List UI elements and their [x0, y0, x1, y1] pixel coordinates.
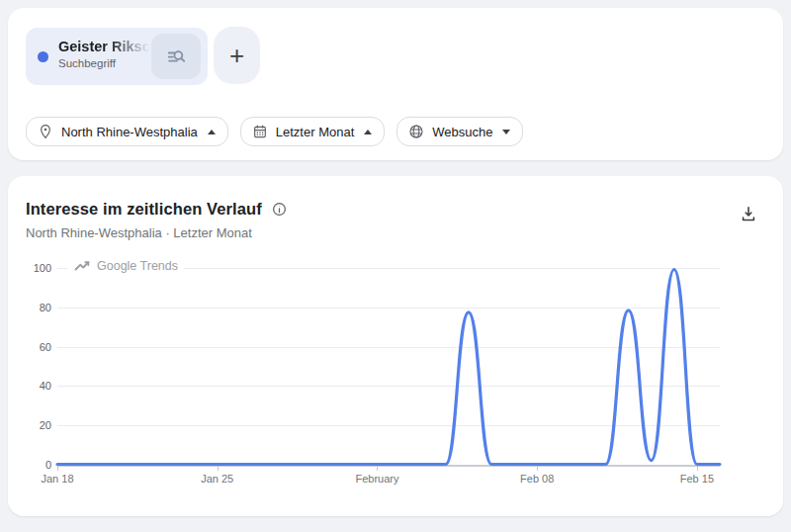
chevron-up-icon: [364, 130, 372, 134]
add-comparison-button[interactable]: +: [214, 27, 260, 84]
location-pin-icon: [38, 124, 53, 139]
interest-over-time-card: Interesse im zeitlichen Verlauf North Rh…: [8, 176, 783, 516]
filter-label: Letzter Monat: [276, 125, 355, 139]
y-axis-label: 60: [12, 341, 51, 353]
x-axis-label: Feb 15: [680, 473, 714, 485]
filter-label: Websuche: [432, 125, 492, 139]
search-term-type-label: Suchbegriff: [58, 57, 153, 69]
x-axis-label: Jan 25: [201, 473, 233, 485]
download-icon: [739, 204, 758, 223]
filter-pill-region[interactable]: North Rhine-Westphalia: [26, 117, 228, 146]
x-axis-label: Feb 08: [520, 473, 554, 485]
info-icon[interactable]: [272, 202, 287, 217]
plus-icon: +: [229, 43, 244, 68]
watermark-label: Google Trends: [97, 259, 178, 273]
google-trends-watermark: Google Trends: [68, 259, 184, 273]
y-axis-label: 0: [12, 459, 51, 471]
line-chart: Google Trends 020406080100Jan 18Jan 25Fe…: [57, 268, 720, 466]
y-axis-label: 80: [12, 302, 51, 313]
chart-title: Interesse im zeitlichen Verlauf: [26, 200, 262, 219]
search-term-text: Geister Rikscha Suchbegriff: [58, 39, 153, 69]
y-axis-label: 40: [12, 380, 51, 392]
download-button[interactable]: [731, 196, 766, 231]
globe-icon: [408, 124, 424, 139]
series-color-dot: [38, 51, 48, 62]
trend-line-plot: [57, 268, 720, 468]
y-axis-label: 100: [12, 262, 51, 274]
trending-up-icon: [74, 260, 91, 272]
calendar-icon: [252, 124, 268, 139]
filter-label: North Rhine-Westphalia: [61, 125, 198, 139]
chart-subtitle: North Rhine-Westphalia · Letzter Monat: [26, 225, 252, 240]
filter-bar: North Rhine-WestphaliaLetzter MonatWebsu…: [26, 117, 523, 146]
x-axis-label: Jan 18: [41, 473, 73, 485]
search-terms-card: Geister Rikscha Suchbegriff + North Rhin…: [8, 8, 783, 160]
search-term-chip[interactable]: Geister Rikscha Suchbegriff: [26, 28, 208, 85]
search-term-label: Geister Rikscha: [58, 39, 153, 54]
filter-pill-time[interactable]: Letzter Monat: [240, 117, 386, 146]
y-axis-label: 20: [12, 419, 51, 431]
edit-search-button[interactable]: [151, 34, 201, 79]
filter-pill-category[interactable]: Websuche: [396, 117, 523, 146]
chevron-up-icon: [208, 130, 216, 134]
search-list-icon: [165, 45, 187, 67]
chevron-down-icon: [502, 130, 510, 134]
trend-line: [57, 270, 720, 465]
x-axis-label: February: [355, 473, 398, 485]
chart-header: Interesse im zeitlichen Verlauf: [26, 200, 287, 219]
